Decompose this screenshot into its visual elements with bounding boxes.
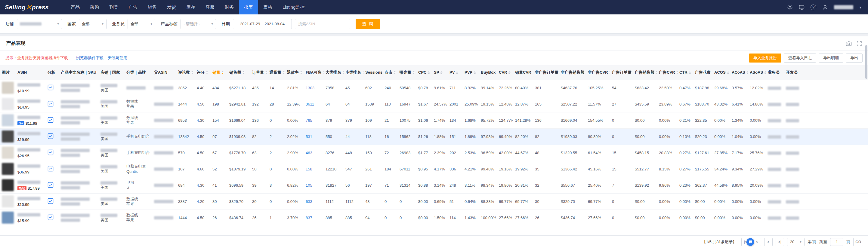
asin-cell[interactable]: $15.99 [16, 210, 46, 226]
table-row[interactable]: $10.99美国38524.40484$5271.18435142.81%130… [0, 80, 868, 96]
cell-fba-stock[interactable]: 765 [304, 112, 324, 128]
sort-icon[interactable] [242, 71, 245, 74]
export-button[interactable]: 导出 [846, 54, 863, 63]
product-image[interactable] [2, 147, 14, 159]
go-button[interactable]: GO [853, 238, 863, 246]
nav-item-listing-monitor[interactable]: Listing监控 [277, 0, 310, 14]
sort-icon[interactable] [746, 71, 748, 74]
fullscreen-icon[interactable] [857, 41, 862, 46]
table-row[interactable]: 热销$17.99美国卫浴无6844.3041$696.593936.82%105… [0, 177, 868, 193]
sort-icon[interactable] [221, 71, 224, 74]
product-name-cell[interactable] [59, 210, 99, 226]
column-header-ad-sales[interactable]: 广告销售额 [633, 65, 657, 80]
analysis-cell[interactable] [46, 161, 59, 177]
cell-fba-stock[interactable]: 837 [304, 210, 324, 226]
product-image[interactable] [2, 82, 14, 94]
nav-item-customer-service[interactable]: 客服 [200, 0, 220, 14]
shop-select[interactable]: ▾ [17, 19, 62, 29]
analysis-chart-icon[interactable] [48, 84, 54, 91]
column-header-ad-spend[interactable]: 广告花费 [693, 65, 712, 80]
metric-value-fba-stock[interactable]: 3611 [306, 102, 314, 106]
column-header-ctr[interactable]: CTR [678, 65, 693, 80]
product-image[interactable] [2, 98, 14, 110]
vertical-scrollbar[interactable] [865, 45, 867, 79]
product-image[interactable] [2, 131, 14, 142]
table-row[interactable]: $19.99美国手机充电组合138424.5097$1939.038222.02… [0, 128, 868, 145]
analysis-chart-icon[interactable] [48, 149, 54, 155]
cell-fba-stock[interactable]: 105 [304, 177, 324, 193]
sort-icon[interactable] [265, 71, 268, 74]
column-header-cpc[interactable]: CPC [416, 65, 432, 80]
sort-icon[interactable] [633, 71, 633, 74]
analysis-chart-icon[interactable] [48, 214, 54, 220]
asin-cell[interactable]: $14.95 [16, 96, 46, 112]
asin-cell[interactable]: $36.99 [16, 161, 46, 177]
product-image-cell[interactable] [0, 210, 16, 226]
search-button[interactable]: 查 询 [355, 19, 380, 29]
table-row[interactable]: $26.95美国手机充电组合5704.5067$1778.706322.90%4… [0, 145, 868, 161]
column-header-orders[interactable]: 订单量 [250, 65, 268, 80]
export-detail-button[interactable]: 导出明细 [819, 54, 843, 63]
product-image-cell[interactable] [0, 145, 16, 161]
column-header-rating[interactable]: 评分 [195, 65, 211, 80]
sort-icon[interactable] [689, 71, 691, 74]
nav-item-sales[interactable]: 销售 [143, 0, 162, 14]
date-range-input[interactable]: 2021-07-29 ~ 2021-08-04 [233, 19, 292, 29]
nav-item-reports[interactable]: 报表 [239, 0, 258, 14]
sort-icon[interactable] [456, 71, 458, 74]
cell-fba-stock[interactable]: 463 [304, 145, 324, 161]
product-name-cell[interactable] [59, 112, 99, 128]
analysis-cell[interactable] [46, 210, 59, 226]
next-page-button[interactable]: > [764, 238, 773, 246]
asin-cell[interactable]: $26.95 [16, 145, 46, 161]
sort-icon[interactable] [342, 71, 344, 74]
last-page-button[interactable]: >| [776, 238, 784, 246]
column-header-bsr-minor[interactable]: 小类排名 [344, 65, 364, 80]
table-row[interactable]: G+$11.98美国数据线苹果69534.30154$1669.0413600.… [0, 112, 868, 128]
table-row[interactable]: $10.99美国数据线苹果33874.2030$329.703000.00%63… [0, 193, 868, 210]
metric-value-fba-stock[interactable]: 105 [306, 183, 312, 187]
search-asin-input[interactable] [295, 19, 350, 29]
column-header-buybox[interactable]: BuyBox [479, 65, 497, 80]
column-header-ad-cvr[interactable]: 广告CVR [657, 65, 678, 80]
column-header-acos[interactable]: ACOS [712, 65, 730, 80]
product-image-cell[interactable] [0, 96, 16, 112]
column-header-cvr[interactable]: CVR [497, 65, 513, 80]
brand-logo[interactable]: Selling ✕ press [5, 3, 55, 11]
sort-icon[interactable] [323, 71, 324, 74]
column-header-refund-rate[interactable]: 退款率 [285, 65, 304, 80]
chevron-down-icon[interactable]: ▾ [859, 5, 861, 10]
column-header-bsr-major[interactable]: 大类排名 [324, 65, 344, 80]
analysis-chart-icon[interactable] [48, 133, 54, 139]
column-header-fba-stock[interactable]: FBA可售 [304, 65, 324, 80]
sort-icon[interactable] [440, 71, 442, 74]
account-name-blurred[interactable] [834, 5, 853, 9]
analysis-cell[interactable] [46, 128, 59, 145]
sort-icon[interactable] [412, 71, 415, 74]
sort-icon[interactable] [206, 71, 208, 74]
product-image-cell[interactable] [0, 128, 16, 145]
nav-item-products[interactable]: 产品 [66, 0, 85, 14]
product-name-cell[interactable] [59, 80, 99, 96]
metric-value-fba-stock[interactable]: 633 [306, 199, 312, 204]
analysis-cell[interactable] [46, 80, 59, 96]
product-name-cell[interactable] [59, 161, 99, 177]
sort-icon[interactable] [764, 71, 766, 74]
product-image-cell[interactable] [0, 177, 16, 193]
column-header-sessions[interactable]: Sessions [364, 65, 383, 80]
column-header-organic-sales[interactable]: 非广告销售额 [559, 65, 586, 80]
analysis-cell[interactable] [46, 145, 59, 161]
sort-icon[interactable] [191, 71, 193, 74]
import-business-report-button[interactable]: 导入业务报告 [749, 54, 781, 63]
sort-icon[interactable] [712, 71, 712, 74]
sort-icon[interactable] [508, 71, 510, 74]
analysis-chart-icon[interactable] [48, 166, 54, 172]
salesman-select[interactable]: 全部 ▾ [128, 19, 155, 29]
product-name-cell[interactable] [59, 193, 99, 210]
analysis-cell[interactable] [46, 96, 59, 112]
analysis-chart-icon[interactable] [48, 117, 54, 123]
sort-icon[interactable] [394, 71, 396, 74]
sort-icon[interactable] [428, 71, 430, 74]
user-icon[interactable] [822, 4, 828, 10]
table-row[interactable]: $36.99美国电脑充电器Quntis1074.6052$1879.195000… [0, 161, 868, 177]
